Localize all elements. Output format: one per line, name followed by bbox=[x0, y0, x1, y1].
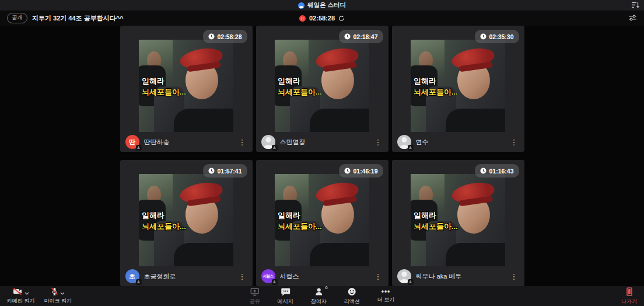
participants-label: 참여자 bbox=[311, 298, 327, 305]
mic-chevron-down-icon bbox=[60, 288, 65, 297]
avatar-status-icon bbox=[136, 145, 142, 151]
meme-video-placeholder: 일해라 뇌세포들아... bbox=[411, 40, 505, 132]
top-bar: 웨일온 스터디 bbox=[0, 0, 644, 11]
participants-icon bbox=[314, 287, 323, 298]
reaction-label: 리액션 bbox=[344, 298, 360, 305]
participant-tile[interactable]: 일해라 뇌세포들아... 02:58:28 딴 딴딴하송 bbox=[120, 26, 253, 152]
video-area: 일해라 뇌세포들아... 02:18:47 bbox=[256, 26, 388, 132]
clock-icon bbox=[344, 166, 351, 176]
study-timer-badge: 01:46:19 bbox=[339, 164, 383, 178]
mic-off-icon bbox=[51, 287, 58, 297]
caption-line2: 뇌세포들아... bbox=[278, 87, 322, 98]
study-timer-badge: 01:16:43 bbox=[475, 164, 519, 178]
caption-line2: 뇌세포들아... bbox=[142, 221, 186, 232]
refresh-timer-button[interactable] bbox=[338, 15, 345, 22]
meme-caption: 일해라 뇌세포들아... bbox=[414, 210, 458, 232]
filter-settings-button[interactable] bbox=[628, 14, 637, 22]
meme-video-placeholder: 일해라 뇌세포들아... bbox=[275, 174, 369, 266]
tile-menu-button[interactable] bbox=[509, 273, 519, 280]
caption-line1: 일해라 bbox=[414, 210, 458, 221]
red-beret bbox=[314, 46, 360, 71]
person-torso bbox=[446, 109, 505, 132]
study-timer-text: 01:57:41 bbox=[217, 168, 242, 175]
participant-grid: 일해라 뇌세포들아... 02:58:28 딴 딴딴하송 bbox=[120, 26, 524, 286]
leave-button[interactable]: 나가기 bbox=[621, 287, 637, 305]
name-bar: 서컬스 서컬스 bbox=[256, 266, 388, 286]
reaction-button[interactable]: 리액션 bbox=[344, 287, 360, 305]
person-torso bbox=[310, 109, 369, 132]
participant-tile[interactable]: 일해라 뇌세포들아... 01:16:43 씨우나 aka 베투 bbox=[392, 160, 524, 286]
caption-line1: 일해라 bbox=[278, 210, 322, 221]
red-beret bbox=[450, 180, 496, 206]
meme-video-placeholder: 일해라 뇌세포들아... bbox=[139, 40, 233, 132]
tile-menu-button[interactable] bbox=[237, 273, 247, 280]
red-beret bbox=[178, 46, 224, 71]
participant-tile[interactable]: 일해라 뇌세포들아... 02:35:30 연수 bbox=[392, 26, 524, 152]
name-bar: 씨우나 aka 베투 bbox=[392, 266, 524, 286]
meme-video-placeholder: 일해라 뇌세포들아... bbox=[139, 174, 233, 266]
leave-group: 나가기 bbox=[621, 287, 637, 305]
record-icon bbox=[299, 15, 306, 22]
avatar-initial: 초 bbox=[129, 273, 135, 280]
share-label: 공유 bbox=[250, 298, 260, 305]
more-button[interactable]: 더 보기 bbox=[377, 287, 395, 305]
participants-count-badge: 6 bbox=[325, 285, 327, 290]
app-title: 웨일온 스터디 bbox=[307, 1, 346, 9]
participant-name: 초긍정희로 bbox=[144, 272, 176, 281]
tile-menu-button[interactable] bbox=[373, 273, 383, 280]
participant-tile[interactable]: 일해라 뇌세포들아... 02:18:47 스민열정 bbox=[256, 26, 388, 152]
caption-line1: 일해라 bbox=[414, 76, 458, 86]
avatar: 딴 bbox=[125, 135, 139, 149]
room-bar: 공개 지투기 32기 44조 공부합시다^^ 02:58:28 bbox=[0, 11, 644, 26]
stage: 일해라 뇌세포들아... 02:58:28 딴 딴딴하송 bbox=[0, 26, 644, 286]
caption-line2: 뇌세포들아... bbox=[414, 221, 458, 232]
avatar-status-icon bbox=[136, 279, 142, 285]
red-beret bbox=[178, 180, 224, 206]
meme-video-placeholder: 일해라 뇌세포들아... bbox=[411, 174, 505, 266]
meme-caption: 일해라 뇌세포들아... bbox=[142, 210, 186, 232]
clock-icon bbox=[344, 32, 351, 42]
participant-tile[interactable]: 일해라 뇌세포들아... 01:46:19 서컬스 서컬스 bbox=[256, 160, 388, 286]
study-timer-text: 02:18:47 bbox=[353, 33, 377, 40]
center-controls: 공유 메시지 6 참여자 리액션 더 보기 bbox=[250, 287, 395, 305]
tile-menu-button[interactable] bbox=[509, 138, 519, 146]
caption-line1: 일해라 bbox=[142, 76, 186, 86]
caption-line2: 뇌세포들아... bbox=[414, 87, 458, 98]
camera-toggle-button[interactable]: 카메라 켜기 bbox=[7, 288, 35, 305]
participant-name: 서컬스 bbox=[280, 272, 299, 281]
person-torso bbox=[174, 109, 233, 132]
clock-icon bbox=[208, 166, 215, 176]
red-beret bbox=[450, 46, 496, 71]
red-beret bbox=[314, 180, 360, 206]
video-area: 일해라 뇌세포들아... 02:35:30 bbox=[392, 26, 524, 132]
mic-toggle-label: 마이크 켜기 bbox=[44, 297, 72, 305]
share-button[interactable]: 공유 bbox=[250, 287, 260, 305]
clock-icon bbox=[480, 166, 487, 176]
avatar bbox=[261, 135, 275, 149]
tile-menu-button[interactable] bbox=[237, 138, 247, 146]
study-timer-text: 02:58:28 bbox=[217, 33, 242, 40]
app-title-group: 웨일온 스터디 bbox=[298, 0, 346, 11]
clock-icon bbox=[480, 32, 487, 42]
camera-chevron-down-icon bbox=[24, 288, 29, 297]
message-button[interactable]: 메시지 bbox=[278, 287, 293, 305]
participant-name: 스민열정 bbox=[280, 138, 306, 147]
clock-icon bbox=[208, 32, 215, 42]
screen-share-icon bbox=[250, 287, 260, 298]
tile-menu-button[interactable] bbox=[373, 138, 383, 146]
footer-control-bar: 카메라 켜기 마이크 켜기 공유 메시지 bbox=[0, 286, 644, 306]
avatar-initial: 딴 bbox=[129, 139, 135, 145]
participant-tile[interactable]: 일해라 뇌세포들아... 01:57:41 초 초긍정희로 bbox=[120, 160, 253, 286]
participants-button[interactable]: 6 참여자 bbox=[311, 287, 327, 305]
video-area: 일해라 뇌세포들아... 01:57:41 bbox=[120, 160, 253, 266]
avatar: 서컬스 bbox=[261, 269, 275, 283]
mic-toggle-button[interactable]: 마이크 켜기 bbox=[44, 288, 72, 305]
study-timer-badge: 02:18:47 bbox=[339, 30, 383, 43]
meme-caption: 일해라 뇌세포들아... bbox=[278, 76, 322, 98]
name-bar: 딴 딴딴하송 bbox=[120, 132, 253, 152]
participant-name: 딴딴하송 bbox=[144, 138, 170, 147]
video-area: 일해라 뇌세포들아... 01:46:19 bbox=[256, 160, 388, 266]
exit-door-icon bbox=[626, 287, 633, 298]
sort-button[interactable] bbox=[631, 1, 639, 9]
avatar-status-icon bbox=[272, 279, 278, 285]
